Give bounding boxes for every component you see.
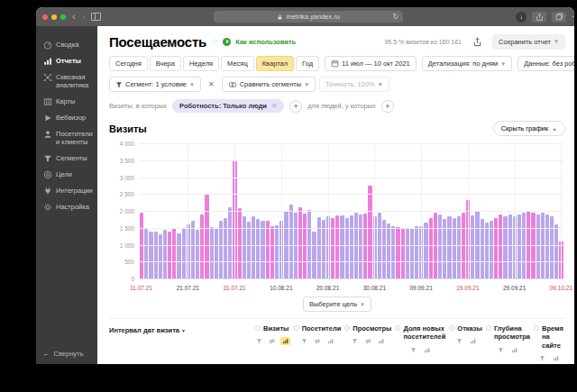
- chart-bar[interactable]: [406, 229, 409, 278]
- chart-bar[interactable]: [550, 216, 554, 278]
- filter-icon[interactable]: [254, 337, 264, 345]
- sidebar-item[interactable]: Сводка: [36, 37, 97, 53]
- chart-bar[interactable]: [144, 229, 148, 279]
- chart-bar[interactable]: [200, 214, 204, 278]
- chart-bar[interactable]: [424, 223, 427, 278]
- chart-icon[interactable]: [509, 346, 519, 354]
- chart-bar[interactable]: [224, 218, 227, 279]
- metric-column-header[interactable]: Время на сайте: [532, 324, 565, 362]
- chart-bar[interactable]: [517, 214, 521, 278]
- chart-bar[interactable]: [485, 223, 489, 278]
- chart-bar[interactable]: [359, 214, 362, 278]
- collapse-sidebar-button[interactable]: ← Свернуть: [42, 350, 83, 358]
- filter-icon[interactable]: [537, 354, 547, 362]
- filter-icon[interactable]: [350, 337, 360, 345]
- chart-bar[interactable]: [453, 218, 456, 279]
- segment-dropdown[interactable]: Сегмент: 1 условие ▼: [109, 77, 201, 92]
- period-button[interactable]: Квартал: [256, 56, 294, 71]
- filter-icon[interactable]: [496, 346, 506, 354]
- chart-bar[interactable]: [219, 221, 223, 278]
- chart-bar[interactable]: [387, 223, 390, 278]
- chart-icon[interactable]: [551, 354, 561, 362]
- metric-help-icon[interactable]: [294, 325, 299, 331]
- chart-bar[interactable]: [172, 228, 176, 278]
- tabs-icon[interactable]: [552, 12, 566, 23]
- date-range-button[interactable]: 11 июл — 10 окт 2021: [325, 56, 417, 71]
- metric-column-header[interactable]: Доля новых посетителей: [393, 324, 447, 362]
- chart-bar[interactable]: [508, 214, 512, 278]
- chart-bar[interactable]: [247, 222, 251, 278]
- address-bar[interactable]: metrika.yandex.ru ↻: [214, 11, 403, 23]
- chart-bar[interactable]: [177, 233, 180, 278]
- chart-icon[interactable]: [422, 346, 432, 354]
- chart-bar[interactable]: [317, 217, 321, 278]
- chart-bar[interactable]: [391, 226, 395, 279]
- sidebar-item[interactable]: Вебвизор: [36, 110, 97, 126]
- chart-bar[interactable]: [266, 221, 270, 278]
- sidebar-item[interactable]: Настройка: [36, 199, 97, 215]
- sidebar-item[interactable]: Цели: [36, 167, 97, 183]
- chart-bar[interactable]: [335, 215, 339, 278]
- chart-bar[interactable]: [438, 214, 442, 278]
- chart-bar[interactable]: [471, 215, 474, 279]
- sidebar-item[interactable]: Посетители и клиенты: [36, 126, 97, 150]
- chart-bar[interactable]: [554, 224, 558, 278]
- chart-bar[interactable]: [243, 216, 246, 278]
- back-icon[interactable]: ‹: [72, 12, 76, 22]
- chart-bar[interactable]: [215, 229, 218, 278]
- chart-bar[interactable]: [252, 216, 255, 278]
- chart-bar[interactable]: [149, 232, 152, 279]
- metric-column-header[interactable]: Отказы: [447, 324, 484, 362]
- period-button[interactable]: Год: [296, 56, 319, 71]
- save-report-button[interactable]: Сохранить отчет ▼: [492, 34, 565, 50]
- sidebar-toggle-icon[interactable]: [91, 13, 101, 21]
- chart-bar[interactable]: [289, 205, 293, 278]
- swap-icon[interactable]: ⇄: [363, 337, 372, 345]
- remove-chip-icon[interactable]: ✕: [271, 102, 277, 110]
- chart-bar[interactable]: [363, 214, 367, 278]
- chart-bar[interactable]: [494, 218, 498, 279]
- metric-column-header[interactable]: Просмотры⇄: [343, 324, 393, 362]
- traffic-lights[interactable]: [42, 14, 66, 20]
- favorite-star-icon[interactable]: ☆: [211, 37, 218, 46]
- select-goal-button[interactable]: Выберите цель ▼: [303, 296, 371, 312]
- new-tab-icon[interactable]: +: [572, 12, 574, 22]
- add-people-condition-button[interactable]: +: [381, 100, 394, 113]
- chart-bar[interactable]: [536, 214, 540, 278]
- date-interval-column-header[interactable]: Интервал дат визита ▼: [109, 324, 252, 362]
- metric-help-icon[interactable]: [534, 325, 539, 331]
- chart-bar[interactable]: [350, 215, 353, 279]
- chart-bar[interactable]: [457, 216, 461, 278]
- chart-bar[interactable]: [238, 208, 242, 278]
- swap-icon[interactable]: ⇄: [313, 337, 322, 345]
- chart-bar[interactable]: [182, 228, 186, 278]
- robots-filter-chip[interactable]: Роботность: Только люди ✕: [172, 99, 284, 113]
- chart-bar[interactable]: [298, 207, 302, 279]
- compare-segments-button[interactable]: Сравнить сегменты ▼: [222, 77, 316, 92]
- chart-icon[interactable]: [325, 337, 335, 345]
- metric-help-icon[interactable]: [449, 325, 454, 331]
- chart-bar[interactable]: [159, 234, 162, 278]
- chart-bar[interactable]: [503, 216, 507, 278]
- metric-help-icon[interactable]: [344, 325, 350, 331]
- chart-bar[interactable]: [261, 221, 264, 278]
- chart-bar[interactable]: [270, 226, 274, 279]
- chart-bar[interactable]: [163, 230, 167, 278]
- add-visit-condition-button[interactable]: +: [289, 100, 302, 113]
- chart-bar[interactable]: [354, 213, 358, 278]
- chart-bar[interactable]: [401, 229, 405, 279]
- chart-bar[interactable]: [228, 207, 232, 279]
- forward-icon[interactable]: ›: [82, 12, 86, 22]
- sidebar-item[interactable]: Сквозная аналитика: [36, 69, 97, 94]
- chart-bar[interactable]: [499, 214, 502, 278]
- accuracy-dropdown[interactable]: Точность: 100% ▼: [319, 77, 389, 92]
- metric-column-header[interactable]: Глубина просмотра: [484, 324, 532, 362]
- sidebar-item[interactable]: Отчеты: [36, 53, 97, 69]
- chart-bar[interactable]: [490, 221, 493, 278]
- chart-bar[interactable]: [168, 232, 171, 278]
- filter-icon[interactable]: [408, 346, 418, 354]
- data-mode-dropdown[interactable]: Данные: без роботов ▼: [517, 56, 574, 71]
- chart-icon[interactable]: [280, 337, 290, 345]
- filter-icon[interactable]: [454, 337, 464, 345]
- metric-help-icon[interactable]: [395, 325, 400, 331]
